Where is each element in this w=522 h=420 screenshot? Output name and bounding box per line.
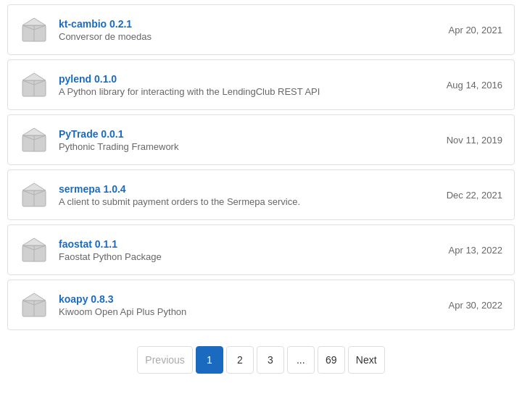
pagination: Previous 1 2 3 ... 69 Next (0, 335, 522, 381)
page-button-2[interactable]: 2 (226, 346, 254, 374)
svg-marker-6 (22, 73, 46, 80)
next-button[interactable]: Next (348, 346, 385, 374)
package-item: koapy 0.8.3 Kiwoom Open Api Plus Python … (7, 280, 515, 330)
package-name[interactable]: kt-cambio 0.2.1 (59, 18, 437, 30)
package-description: Kiwoom Open Api Plus Python (59, 306, 437, 317)
package-item: pylend 0.1.0 A Python library for intera… (7, 59, 515, 110)
package-info: kt-cambio 0.2.1 Conversor de moedas (59, 18, 437, 42)
previous-button[interactable]: Previous (137, 346, 192, 374)
package-name[interactable]: pylend 0.1.0 (59, 73, 435, 85)
package-name[interactable]: PyTrade 0.0.1 (59, 128, 435, 140)
package-item: kt-cambio 0.2.1 Conversor de moedas Apr … (7, 4, 515, 55)
package-date: Nov 11, 2019 (447, 135, 502, 146)
package-info: sermepa 1.0.4 A client to submit payment… (59, 183, 435, 207)
svg-marker-16 (22, 183, 46, 190)
package-icon (20, 290, 49, 319)
page-button-69[interactable]: 69 (318, 346, 345, 374)
package-name[interactable]: sermepa 1.0.4 (59, 183, 435, 195)
svg-marker-21 (22, 238, 46, 245)
page-button-1[interactable]: 1 (196, 346, 223, 374)
page-button-3[interactable]: 3 (257, 346, 284, 374)
svg-marker-1 (22, 18, 46, 25)
package-name[interactable]: koapy 0.8.3 (59, 293, 437, 305)
package-description: Pythonic Trading Framework (59, 141, 435, 152)
svg-marker-26 (22, 293, 46, 301)
package-description: A Python library for interacting with th… (59, 86, 435, 97)
package-icon (20, 125, 49, 154)
package-info: pylend 0.1.0 A Python library for intera… (59, 73, 435, 97)
package-date: Apr 30, 2022 (449, 300, 502, 311)
package-list: kt-cambio 0.2.1 Conversor de moedas Apr … (0, 4, 522, 330)
package-name[interactable]: faostat 0.1.1 (59, 238, 437, 250)
package-icon (20, 235, 49, 264)
package-description: Conversor de moedas (59, 31, 437, 42)
package-date: Apr 20, 2021 (449, 25, 502, 35)
package-info: koapy 0.8.3 Kiwoom Open Api Plus Python (59, 293, 437, 317)
package-date: Aug 14, 2016 (447, 80, 502, 91)
package-description: A client to submit payment orders to the… (59, 196, 435, 207)
package-item: PyTrade 0.0.1 Pythonic Trading Framework… (7, 114, 515, 165)
page-button-ellipsis: ... (287, 346, 315, 374)
package-date: Apr 13, 2022 (449, 245, 502, 256)
package-icon (20, 15, 49, 44)
package-date: Dec 22, 2021 (447, 190, 502, 201)
package-info: faostat 0.1.1 Faostat Python Package (59, 238, 437, 262)
package-item: sermepa 1.0.4 A client to submit payment… (7, 169, 515, 220)
package-info: PyTrade 0.0.1 Pythonic Trading Framework (59, 128, 435, 152)
package-description: Faostat Python Package (59, 251, 437, 262)
package-icon (20, 180, 49, 209)
package-icon (20, 70, 49, 99)
package-item: faostat 0.1.1 Faostat Python Package Apr… (7, 224, 515, 275)
svg-marker-11 (22, 128, 46, 135)
